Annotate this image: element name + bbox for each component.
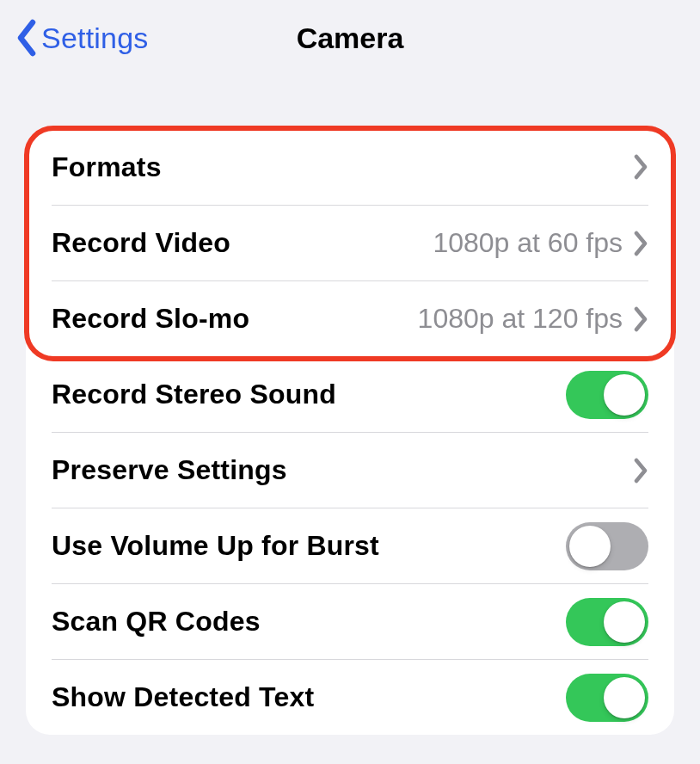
back-button[interactable]: Settings [15,19,148,57]
chevron-right-icon [633,154,648,180]
row-record-video[interactable]: Record Video 1080p at 60 fps [52,205,648,280]
row-label: Formats [52,151,162,183]
chevron-right-icon [633,458,648,484]
back-label: Settings [41,22,148,55]
row-detected-text[interactable]: Show Detected Text [52,659,648,735]
settings-group: Formats Record Video 1080p at 60 fps Rec… [26,129,674,735]
switch-volume-burst[interactable] [566,522,648,570]
navbar: Settings Camera [0,0,700,76]
row-stereo-sound[interactable]: Record Stereo Sound [52,356,648,432]
row-scan-qr[interactable]: Scan QR Codes [52,583,648,659]
row-value: 1080p at 60 fps [433,227,623,259]
row-label: Record Video [52,227,230,259]
row-label: Record Stereo Sound [52,379,336,410]
chevron-right-icon [633,231,648,256]
row-label: Preserve Settings [52,454,287,486]
switch-scan-qr[interactable] [566,598,648,646]
row-value: 1080p at 120 fps [418,303,623,335]
row-formats[interactable]: Formats [52,129,648,205]
chevron-right-icon [633,306,648,332]
row-preserve-settings[interactable]: Preserve Settings [52,432,648,508]
row-label: Show Detected Text [52,681,314,713]
row-volume-burst[interactable]: Use Volume Up for Burst [52,508,648,583]
row-label: Scan QR Codes [52,606,261,638]
chevron-left-icon [15,19,40,57]
switch-stereo-sound[interactable] [566,371,648,419]
settings-list: Formats Record Video 1080p at 60 fps Rec… [26,129,674,735]
row-label: Record Slo-mo [52,303,249,335]
row-label: Use Volume Up for Burst [52,530,379,562]
switch-detected-text[interactable] [566,674,648,722]
row-record-slomo[interactable]: Record Slo-mo 1080p at 120 fps [52,280,648,356]
